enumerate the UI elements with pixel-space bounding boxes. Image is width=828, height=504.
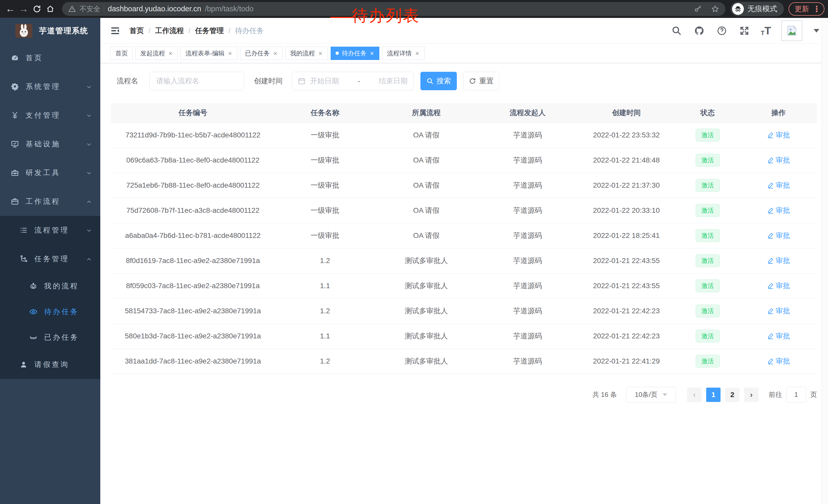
home-icon[interactable] — [44, 2, 57, 16]
avatar[interactable] — [781, 20, 802, 41]
sidebar: 芋道管理系统 首页系统管理支付管理基础设施研发工具工作流程流程管理任务管理我的流… — [0, 18, 100, 504]
browser-menu-icon[interactable]: ⋮ — [813, 5, 821, 13]
process-name-input[interactable] — [149, 72, 244, 90]
tab-close-icon[interactable]: × — [415, 50, 420, 57]
breadcrumb-item[interactable]: 首页 — [129, 26, 144, 36]
scrollbar[interactable] — [821, 18, 828, 504]
cell-task-name: 1.1 — [275, 324, 375, 349]
tab-label: 首页 — [115, 49, 128, 57]
sidebar-item-任务管理[interactable]: 任务管理 — [0, 244, 100, 273]
sidebar-item-label: 支付管理 — [26, 110, 60, 120]
approve-link[interactable]: 审批 — [767, 256, 790, 266]
date-range-picker[interactable]: 开始日期 - 结束日期 — [292, 72, 413, 90]
cell-initiator: 芋道源码 — [478, 273, 578, 299]
edit-pencil-icon — [767, 232, 774, 239]
cell-action: 审批 — [740, 223, 817, 248]
tab-首页[interactable]: 首页 — [111, 47, 133, 60]
cell-process: 测试多审批人 — [375, 324, 478, 349]
approve-link[interactable]: 审批 — [767, 281, 790, 291]
approve-link[interactable]: 审批 — [767, 130, 790, 140]
reload-icon[interactable] — [30, 2, 44, 16]
avatar-caret-icon[interactable] — [814, 29, 819, 33]
next-page-button[interactable]: › — [744, 387, 758, 402]
cell-action: 审批 — [740, 198, 817, 223]
tab-已办任务[interactable]: 已办任务× — [240, 47, 282, 60]
cell-process: OA 请假 — [375, 148, 478, 173]
approve-link[interactable]: 审批 — [767, 231, 790, 240]
approve-link[interactable]: 审批 — [767, 356, 790, 366]
help-icon[interactable] — [716, 25, 728, 37]
sidebar-item-首页[interactable]: 首页 — [0, 44, 100, 72]
sidebar-item-label: 任务管理 — [34, 254, 69, 264]
tab-发起流程[interactable]: 发起流程× — [135, 47, 178, 60]
search-button[interactable]: 搜索 — [420, 72, 457, 90]
page-size-select[interactable]: 10条/页 — [626, 387, 676, 403]
approve-link-label: 审批 — [776, 180, 790, 190]
url-divider — [104, 5, 104, 12]
back-icon[interactable]: ← — [4, 2, 17, 16]
approve-link[interactable]: 审批 — [767, 205, 790, 215]
column-header: 流程发起人 — [478, 103, 578, 123]
sidebar-item-研发工具[interactable]: 研发工具 — [0, 158, 100, 187]
tab-close-icon[interactable]: × — [168, 50, 173, 57]
cell-task-id: 73211d9d-7b9b-11ec-b5b7-acde48001122 — [111, 123, 275, 148]
tab-待办任务[interactable]: 待办任务× — [331, 47, 379, 60]
sidebar-item-流程管理[interactable]: 流程管理 — [0, 216, 100, 244]
breadcrumb-item[interactable]: 任务管理 — [195, 26, 224, 36]
table-row: 580e1b3d-7ac8-11ec-a9e2-a2380e71991a1.1测… — [111, 324, 817, 349]
tab-流程表单-编辑[interactable]: 流程表单-编辑× — [180, 47, 237, 60]
column-header: 任务名称 — [275, 103, 375, 123]
sidebar-item-支付管理[interactable]: 支付管理 — [0, 101, 100, 130]
goto-page-input[interactable] — [786, 387, 806, 403]
approve-link[interactable]: 审批 — [767, 331, 790, 341]
fullscreen-icon[interactable] — [738, 25, 750, 37]
password-key-icon[interactable] — [694, 5, 702, 13]
status-badge: 激活 — [696, 305, 720, 317]
status-badge: 激活 — [696, 129, 720, 141]
chevron-up-icon — [86, 256, 92, 262]
tab-close-icon[interactable]: × — [227, 50, 233, 57]
tab-close-icon[interactable]: × — [318, 50, 323, 57]
bookmark-star-icon[interactable] — [711, 5, 719, 13]
cell-action: 审批 — [740, 299, 817, 324]
breadcrumb-separator: / — [149, 27, 151, 35]
search-icon[interactable] — [670, 25, 683, 37]
toolbox-icon — [10, 168, 19, 177]
url-path: /bpm/task/todo — [205, 5, 253, 13]
cell-task-id: 580e1b3d-7ac8-11ec-a9e2-a2380e71991a — [111, 324, 275, 349]
approve-link[interactable]: 审批 — [767, 180, 790, 190]
sidebar-collapse-icon[interactable] — [109, 25, 121, 37]
sidebar-item-请假查询[interactable]: 请假查询 — [0, 350, 100, 379]
font-size-icon[interactable]: TT — [761, 26, 771, 36]
reset-button[interactable]: 重置 — [463, 72, 499, 90]
cell-create-time: 2022-01-21 22:42:23 — [578, 324, 675, 349]
column-header: 任务编号 — [111, 103, 275, 123]
approve-link[interactable]: 审批 — [767, 155, 790, 165]
column-header: 状态 — [675, 103, 740, 123]
page-button-1[interactable]: 1 — [706, 387, 720, 402]
sidebar-item-基础设施[interactable]: 基础设施 — [0, 130, 100, 158]
tab-流程详情[interactable]: 流程详情× — [382, 47, 424, 60]
cell-task-id: 069c6a63-7b8a-11ec-8ef0-acde48001122 — [111, 148, 275, 173]
tab-我的流程[interactable]: 我的流程× — [286, 47, 328, 60]
sidebar-item-系统管理[interactable]: 系统管理 — [0, 72, 100, 101]
sidebar-item-已办任务[interactable]: 已办任务 — [0, 325, 100, 350]
edit-pencil-icon — [767, 282, 774, 289]
sidebar-item-工作流程[interactable]: 工作流程 — [0, 187, 100, 216]
incognito-label: 无痕模式 — [747, 4, 777, 14]
approve-link-label: 审批 — [776, 331, 790, 341]
edit-pencil-icon — [767, 157, 774, 164]
breadcrumb-item[interactable]: 工作流程 — [155, 26, 184, 36]
prev-page-button[interactable]: ‹ — [687, 387, 702, 402]
sidebar-item-待办任务[interactable]: 待办任务 — [0, 299, 100, 325]
github-icon[interactable] — [693, 25, 705, 37]
tab-close-icon[interactable]: × — [273, 50, 278, 57]
cell-task-name: 一级审批 — [275, 123, 375, 148]
sidebar-item-我的流程[interactable]: 我的流程 — [0, 273, 100, 299]
page-button-2[interactable]: 2 — [725, 387, 740, 402]
forward-icon[interactable]: → — [17, 2, 30, 16]
update-label[interactable]: 更新 — [795, 4, 809, 14]
update-chip[interactable]: 更新 ⋮ — [788, 2, 824, 16]
approve-link[interactable]: 审批 — [767, 306, 790, 316]
tab-close-icon[interactable]: × — [370, 50, 374, 57]
